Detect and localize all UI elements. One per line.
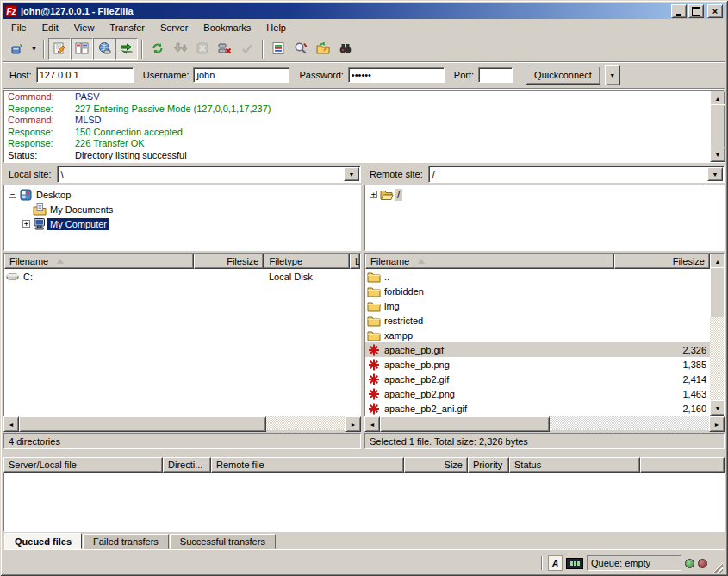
synchronized-browsing-icon [316,41,330,57]
remote-file-row[interactable]: xampp [365,328,710,342]
menu-server[interactable]: Server [152,21,196,34]
remote-file-row[interactable]: apache_pb2.gif2,414 [365,372,710,386]
speed-limit-icon[interactable] [566,558,583,569]
chevron-down-icon[interactable]: ▼ [344,167,359,181]
refresh-button[interactable] [146,38,169,60]
maximize-button[interactable] [688,4,704,18]
remote-site-value: / [432,169,435,179]
menu-edit[interactable]: Edit [34,21,66,34]
close-icon: × [712,7,718,16]
synchronized-browsing-button[interactable] [312,38,334,60]
site-manager-dropdown-button[interactable]: ▼ [28,39,40,59]
menu-file[interactable]: File [3,21,34,34]
remote-vscrollbar[interactable]: ▲ ▼ [710,254,724,416]
image-file-icon [365,373,381,386]
remote-file-row[interactable]: forbidden [365,284,710,298]
remote-hscroll-thumb[interactable] [380,416,550,432]
column-header-filetype[interactable]: Filetype [264,254,350,269]
scroll-left-icon[interactable]: ◄ [364,416,380,432]
data-type-indicator-icon[interactable]: A [548,555,563,571]
minimize-button[interactable] [671,4,687,18]
remote-file-row[interactable]: .. [365,269,710,284]
queue-column-directi-[interactable]: Directi... [163,457,211,473]
username-input[interactable] [193,67,289,83]
quickconnect-dropdown-button[interactable]: ▼ [605,65,620,85]
tree-item--[interactable]: +/ [365,187,724,202]
folderOpen-icon [380,188,395,202]
tree-item-desktop[interactable]: −Desktop [4,187,360,202]
tab-successful-transfers[interactable]: Successful transfers [170,534,276,549]
app-icon[interactable]: Fz [5,5,17,17]
password-input[interactable] [348,67,445,83]
toggle-message-log-button[interactable] [48,38,71,60]
remote-site-combo[interactable]: / ▼ [428,166,725,183]
remote-vscroll-track[interactable] [710,317,724,402]
menu-bookmarks[interactable]: Bookmarks [196,21,258,34]
filename-filters-button[interactable] [267,38,289,60]
menu-help[interactable]: Help [258,21,294,34]
collapse-icon[interactable]: − [9,191,16,198]
reconnect-button[interactable] [236,38,258,60]
resize-grip[interactable] [711,560,723,573]
tree-item-my-documents[interactable]: My Documents [4,202,360,216]
local-hscroll-thumb[interactable] [19,416,266,432]
title-bar[interactable]: Fz john@127.0.0.1 - FileZilla × [3,3,725,19]
remote-file-row[interactable]: apache_pb2_ani.gif2,160 [365,401,710,416]
queue-column-size[interactable]: Size [404,457,468,473]
queue-column-status[interactable]: Status [509,457,640,473]
menu-transfer[interactable]: Transfer [102,21,152,34]
sort-ascending-icon [418,259,425,264]
scroll-left-icon[interactable]: ◄ [3,416,19,432]
remote-file-row[interactable]: apache_pb.gif2,326 [365,342,710,357]
expand-icon[interactable]: + [22,220,30,228]
remote-file-row[interactable]: apache_pb2.png1,463 [365,386,710,401]
process-queue-button[interactable] [169,38,191,60]
queue-status-text: Queue: empty [591,558,650,568]
directory-comparison-icon [294,41,308,57]
scroll-right-icon[interactable]: ► [345,416,361,432]
column-header-filesize[interactable]: Filesize [614,254,710,269]
tab-failed-transfers[interactable]: Failed transfers [83,534,169,549]
scroll-down-icon[interactable]: ▼ [710,147,725,162]
chevron-down-icon[interactable]: ▼ [707,167,723,181]
column-header-filename[interactable]: Filename [365,254,614,269]
port-input[interactable] [478,67,513,83]
site-manager-button[interactable] [6,38,28,60]
remote-file-row[interactable]: apache_pb.png1,385 [365,357,710,372]
find-files-button[interactable] [334,38,357,60]
remote-hscroll-track[interactable] [550,416,709,430]
log-scroll-thumb[interactable] [710,104,725,150]
toggle-local-tree-button[interactable] [71,38,93,60]
menu-view[interactable]: View [66,21,103,34]
remote-file-row[interactable]: img [365,298,710,313]
tree-item-label: My Documents [47,203,115,216]
column-header-l[interactable]: L [350,254,360,269]
local-hscrollbar[interactable]: ◄ ► [3,416,361,430]
queue-column-server-local-file[interactable]: Server/Local file [3,457,163,473]
host-input[interactable] [36,67,134,83]
local-file-row[interactable]: C:Local Disk [4,269,360,284]
cancel-operation-button[interactable] [191,38,214,60]
remote-hscrollbar[interactable]: ◄ ► [364,416,725,430]
toggle-transfer-queue-button[interactable] [115,38,138,60]
column-header-filename[interactable]: Filename [4,254,194,269]
scroll-right-icon[interactable]: ► [709,416,725,432]
column-header-filesize[interactable]: Filesize [194,254,264,269]
tab-queued-files[interactable]: Queued files [4,533,82,549]
log-scrollbar[interactable]: ▲ ▼ [710,91,724,162]
remote-file-row[interactable]: restricted [365,313,710,328]
queue-column-blank[interactable] [640,457,725,473]
remote-vscroll-thumb[interactable] [710,267,725,319]
local-site-combo[interactable]: \ ▼ [57,166,361,183]
queue-column-priority[interactable]: Priority [468,457,509,473]
disconnect-button[interactable] [214,38,236,60]
directory-comparison-button[interactable] [289,38,312,60]
queue-column-remote-file[interactable]: Remote file [211,457,404,473]
local-hscroll-track[interactable] [266,416,345,430]
close-button[interactable]: × [707,4,723,18]
tree-item-my-computer[interactable]: +My Computer [4,216,360,231]
quickconnect-button[interactable]: Quickconnect [526,66,600,85]
toggle-remote-tree-button[interactable] [93,38,115,60]
scroll-down-icon[interactable]: ▼ [710,400,725,416]
expand-icon[interactable]: + [370,191,377,198]
